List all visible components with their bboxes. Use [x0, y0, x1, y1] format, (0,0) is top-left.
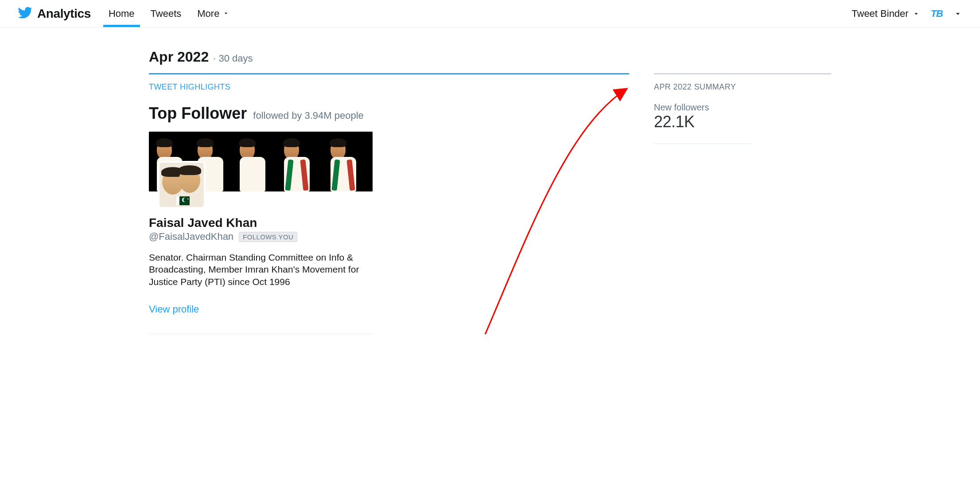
- nav-tabs: Home Tweets More: [107, 1, 231, 27]
- card-divider: [149, 334, 373, 334]
- follows-you-badge: FOLLOWS YOU: [239, 232, 297, 242]
- nav-tab-tweets[interactable]: Tweets: [149, 1, 183, 27]
- profile-name-row: Faisal Javed Khan @FaisalJavedKhan FOLLO…: [149, 216, 379, 242]
- chevron-down-icon[interactable]: [953, 9, 962, 18]
- navbar: Analytics Home Tweets More Tweet Binder …: [0, 0, 980, 27]
- twitter-logo-icon: [18, 5, 33, 22]
- profile-handle-row: @FaisalJavedKhan FOLLOWS YOU: [149, 231, 379, 242]
- summary-divider: [654, 144, 751, 144]
- profile-name[interactable]: Faisal Javed Khan: [149, 216, 379, 230]
- summary-label: APR 2022 SUMMARY: [654, 82, 831, 92]
- profile-avatar[interactable]: ★: [158, 161, 206, 209]
- content-columns: TWEET HIGHLIGHTS Top Follower followed b…: [149, 73, 831, 334]
- profile-handle[interactable]: @FaisalJavedKhan: [149, 231, 233, 242]
- profile-banner[interactable]: ★: [149, 132, 373, 209]
- period-subtitle: · 30 days: [213, 53, 253, 64]
- period-header: Apr 2022 · 30 days: [149, 49, 831, 73]
- summary-column: APR 2022 SUMMARY New followers 22.1K: [654, 73, 831, 334]
- nav-more-label: More: [197, 8, 219, 19]
- page-container: Apr 2022 · 30 days TWEET HIGHLIGHTS Top …: [149, 27, 831, 334]
- tweet-highlights-label: TWEET HIGHLIGHTS: [149, 82, 629, 92]
- chevron-down-icon: [222, 10, 229, 17]
- top-follower-heading: Top Follower followed by 3.94M people: [149, 104, 629, 123]
- brand[interactable]: Analytics: [18, 5, 91, 22]
- period-title: Apr 2022: [149, 49, 209, 65]
- account-name: Tweet Binder: [852, 8, 908, 20]
- profile-bio: Senator. Chairman Standing Committee on …: [149, 251, 375, 288]
- section-rule-blue: [149, 73, 629, 74]
- account-switcher[interactable]: Tweet Binder: [852, 8, 920, 20]
- section-rule-grey: [654, 73, 831, 74]
- pakistan-flag-icon: ★: [176, 196, 190, 205]
- top-follower-title: Top Follower: [149, 104, 247, 123]
- tweetbinder-logo-icon[interactable]: TB: [931, 8, 943, 20]
- top-follower-subtitle: followed by 3.94M people: [253, 110, 364, 121]
- view-profile-link[interactable]: View profile: [149, 304, 199, 315]
- nav-right: Tweet Binder TB: [852, 8, 962, 20]
- main-column: TWEET HIGHLIGHTS Top Follower followed b…: [149, 73, 629, 334]
- metric-value: 22.1K: [654, 113, 831, 131]
- nav-tab-more[interactable]: More: [195, 1, 231, 27]
- new-followers-metric: New followers 22.1K: [654, 102, 831, 144]
- chevron-down-icon: [912, 10, 920, 18]
- brand-title: Analytics: [37, 7, 91, 21]
- top-follower-card: ★ Faisal Javed Khan @FaisalJavedKhan FOL…: [149, 132, 379, 334]
- nav-tab-home[interactable]: Home: [107, 1, 136, 27]
- nav-left: Analytics Home Tweets More: [18, 1, 231, 27]
- metric-label: New followers: [654, 102, 831, 113]
